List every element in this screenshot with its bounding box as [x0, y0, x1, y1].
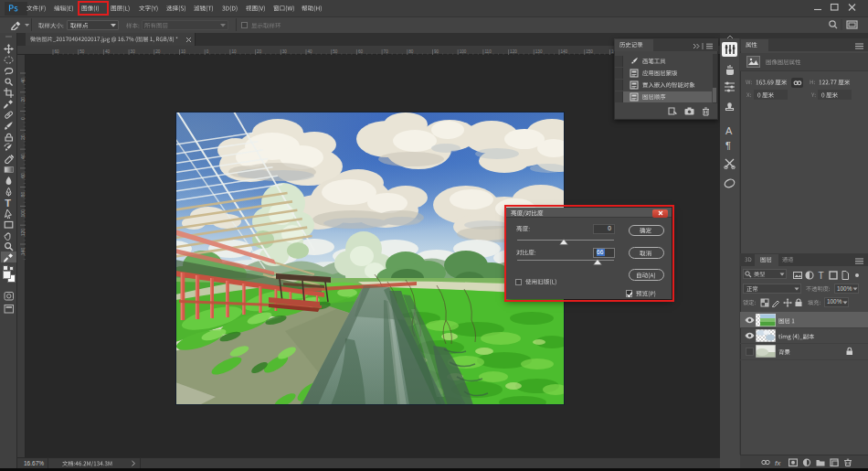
svg-text:fx: fx: [775, 459, 781, 467]
svg-text:140: 140: [20, 248, 26, 256]
svg-text:120: 120: [20, 229, 26, 237]
svg-text:40: 40: [20, 78, 26, 83]
svg-text:0: 0: [206, 49, 209, 54]
svg-text:40: 40: [308, 49, 313, 54]
svg-text:0: 0: [20, 117, 26, 120]
svg-text:110: 110: [484, 49, 492, 54]
svg-text:10: 10: [231, 49, 237, 54]
svg-text:20: 20: [155, 49, 161, 54]
svg-text:60: 60: [358, 49, 364, 54]
svg-text:100: 100: [460, 49, 467, 54]
svg-text:100: 100: [20, 209, 26, 218]
svg-text:130: 130: [535, 49, 543, 54]
svg-text:140: 140: [561, 49, 568, 54]
svg-text:T: T: [5, 198, 11, 208]
svg-text:20: 20: [20, 134, 26, 140]
svg-text:120: 120: [510, 49, 517, 54]
svg-text:20: 20: [257, 49, 262, 54]
svg-text:10: 10: [181, 49, 186, 54]
svg-text:T: T: [819, 271, 824, 280]
svg-text:70: 70: [384, 49, 389, 54]
svg-text:A: A: [725, 125, 733, 135]
svg-text:50: 50: [79, 49, 85, 54]
svg-text:30: 30: [131, 49, 136, 54]
svg-text:40: 40: [20, 154, 26, 159]
svg-text:¶: ¶: [725, 140, 731, 150]
svg-text:80: 80: [20, 192, 26, 198]
svg-text:60: 60: [20, 173, 26, 178]
svg-text:20: 20: [20, 97, 26, 102]
svg-text:80: 80: [408, 49, 414, 54]
svg-text:60: 60: [55, 49, 60, 54]
svg-text:90: 90: [434, 49, 439, 54]
svg-text:50: 50: [333, 49, 338, 54]
svg-text:30: 30: [282, 49, 288, 54]
svg-text:150: 150: [586, 49, 593, 54]
svg-text:40: 40: [105, 49, 111, 54]
